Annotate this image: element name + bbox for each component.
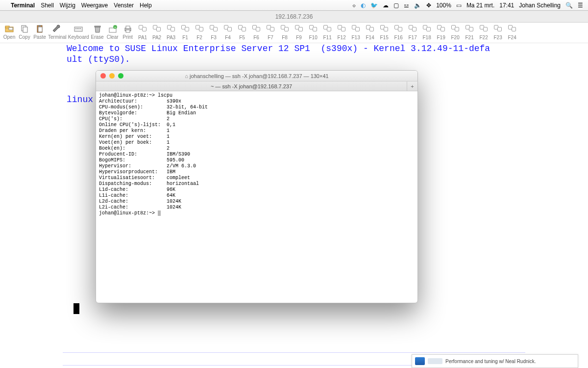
key-icon [294,24,304,34]
key-f1[interactable]: F1 [178,24,193,40]
menubar-right: ⟐ ◐ 🐦 ☁ ▢ ⚍ 🔈 ✥ 100% ▭ Ma 21 mrt. 17:41 … [352,2,583,9]
key-icon [138,24,147,34]
key-f8[interactable]: F8 [278,24,292,40]
key-f12[interactable]: F12 [335,24,349,40]
key-f15[interactable]: F15 [377,24,392,40]
fg-titlebar[interactable]: ⌂ johanschelling — ssh -X johan@192.168.… [96,71,417,81]
menubar-app-name[interactable]: Terminal [11,2,35,9]
close-button[interactable] [100,73,106,79]
wifi-icon[interactable]: ⚍ [404,2,409,9]
sync-icon[interactable]: ◐ [361,2,366,9]
bg-welcome-line2: ult (ttyS0). [4,54,584,65]
keyboard-icon [74,24,83,34]
key-f17[interactable]: F17 [406,24,420,40]
key-f19[interactable]: F19 [434,24,448,40]
key-f14[interactable]: F14 [363,24,377,40]
svg-rect-13 [95,26,100,27]
tb-clear[interactable]: + Clear [105,24,120,40]
tb-print[interactable]: Print [121,24,135,40]
key-f7[interactable]: F7 [264,24,278,40]
svg-point-10 [77,28,78,29]
key-icon [379,24,389,34]
svg-rect-8 [74,27,82,31]
trash-icon [93,24,102,34]
minimize-button[interactable] [109,73,115,79]
display-icon[interactable]: ▢ [393,2,399,9]
paste-icon [35,24,45,34]
move-icon[interactable]: ✥ [426,2,431,9]
tb-terminal[interactable]: Terminal [48,24,67,40]
battery-text[interactable]: 100% [436,2,451,9]
key-icon [450,24,460,34]
key-f22[interactable]: F22 [477,24,491,40]
zoom-button[interactable] [118,73,123,79]
key-f9[interactable]: F9 [292,24,306,40]
svg-rect-18 [126,26,130,28]
menu-view[interactable]: Weergave [81,2,108,9]
fg-cursor [158,210,161,216]
menu-help[interactable]: Help [140,2,152,9]
bg-window-titlebar[interactable]: 192.168.7.236 [0,11,588,23]
menu-edit[interactable]: Wijzig [60,2,75,9]
date-text[interactable]: Ma 21 mrt. [466,2,494,9]
key-icon [308,24,318,34]
time-text[interactable]: 17:41 [499,2,514,9]
key-f21[interactable]: F21 [463,24,477,40]
tb-open[interactable]: Open [2,24,17,40]
notifications-icon[interactable]: ☰ [578,2,583,9]
key-f13[interactable]: F13 [349,24,363,40]
key-f10[interactable]: F10 [306,24,320,40]
pa-fkeys-row: PA1PA2PA3F1F2F3F4F5F6F7F8F9F10F11F12F13F… [136,24,519,40]
menu-shell[interactable]: Shell [41,2,54,9]
bottom-ad-banner[interactable]: Performance and tuning w/ Neal Rudnick. [412,354,578,368]
bg-welcome-line1: Welcome to SUSE Linux Enterprise Server … [4,43,584,54]
bg-toolbar: Open Copy Paste Terminal Keyboard Erase … [0,23,588,43]
key-f3[interactable]: F3 [207,24,221,40]
bg-window-title: 192.168.7.236 [275,13,313,20]
key-icon [479,24,489,34]
tb-copy[interactable]: Copy [17,24,32,40]
key-icon [365,24,375,34]
svg-rect-4 [23,27,27,32]
tb-keyboard[interactable]: Keyboard [68,24,90,40]
fg-tab-active[interactable]: ~ — ssh -X johan@192.168.7.237 [96,83,407,89]
menu-window[interactable]: Venster [114,2,134,9]
twitter-icon[interactable]: 🐦 [370,2,378,9]
key-f4[interactable]: F4 [221,24,235,40]
key-f23[interactable]: F23 [491,24,505,40]
tb-erase[interactable]: Erase [90,24,105,40]
key-pa3[interactable]: PA3 [164,24,178,40]
fg-terminal-output[interactable]: johan@linux-pt8z:~> lscpu Architectuur: … [96,91,417,303]
key-icon [280,24,290,34]
key-f6[interactable]: F6 [249,24,264,40]
fg-title: johanschelling — ssh -X johan@192.168.7.… [190,73,329,79]
key-pa2[interactable]: PA2 [150,24,164,40]
svg-rect-6 [38,27,42,32]
key-f16[interactable]: F16 [392,24,406,40]
key-pa1[interactable]: PA1 [136,24,150,40]
key-icon [251,24,261,34]
key-icon [493,24,503,34]
tb-paste[interactable]: Paste [32,24,47,40]
svg-rect-19 [126,30,130,32]
key-f18[interactable]: F18 [420,24,434,40]
volume-icon[interactable]: 🔈 [414,2,421,9]
key-f24[interactable]: F24 [505,24,519,40]
key-icon [436,24,446,34]
dropbox-icon[interactable]: ⟐ [352,2,356,9]
cloud-icon[interactable]: ☁ [383,2,389,9]
user-text[interactable]: Johan Schelling [519,2,561,9]
battery-icon[interactable]: ▭ [456,2,462,9]
key-icon [507,24,517,34]
key-f20[interactable]: F20 [448,24,463,40]
svg-point-12 [80,28,81,29]
key-f2[interactable]: F2 [193,24,207,40]
svg-text:+: + [114,26,116,29]
key-icon [237,24,247,34]
key-f11[interactable]: F11 [320,24,335,40]
new-tab-button[interactable]: + [407,81,417,91]
wrench-icon [52,24,62,34]
fg-terminal-window[interactable]: ⌂ johanschelling — ssh -X johan@192.168.… [96,70,418,303]
key-f5[interactable]: F5 [235,24,249,40]
spotlight-icon[interactable]: 🔍 [565,2,573,9]
